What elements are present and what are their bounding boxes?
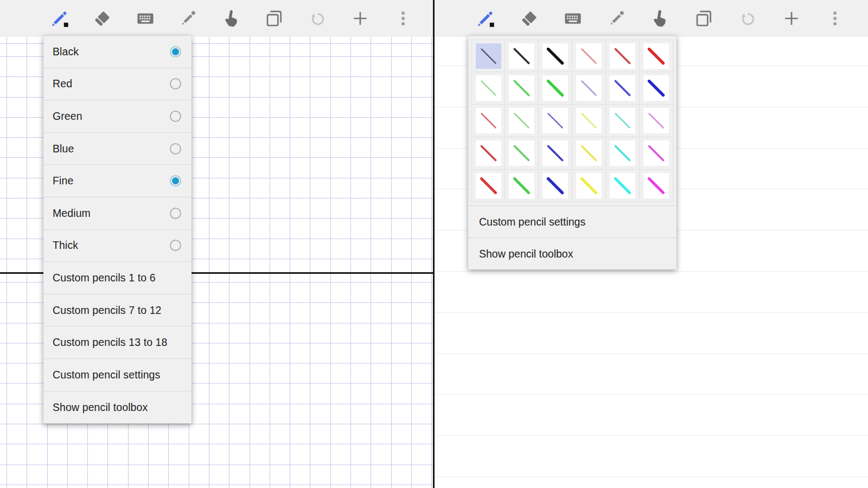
duplicate-icon — [694, 8, 714, 29]
marker-tool-button[interactable] — [605, 3, 629, 34]
pencil-swatch — [542, 140, 568, 166]
pencil-swatch-r3-c3[interactable] — [539, 105, 572, 137]
keyboard-tool-button[interactable] — [133, 3, 157, 34]
pencil-swatch-r1-c6[interactable] — [640, 40, 673, 72]
eraser-tool-button[interactable] — [518, 3, 541, 34]
finger-tool-button[interactable] — [220, 3, 244, 34]
add-page-tool-button[interactable] — [780, 3, 803, 34]
menu-item-label: Custom pencils 7 to 12 — [53, 304, 162, 317]
pencil-swatch-selected — [476, 43, 501, 69]
pencil-swatch-r2-c3[interactable] — [539, 72, 572, 105]
pencil-swatch-r4-c2[interactable] — [505, 137, 539, 170]
duplicate-tool-button[interactable] — [692, 3, 716, 34]
pencil-swatch-r5-c3[interactable] — [539, 170, 572, 202]
pencil-stroke-preview-icon — [476, 75, 501, 101]
pencil-stroke-preview-icon — [509, 43, 534, 69]
overflow-menu-icon — [825, 8, 845, 29]
undo-tool-button[interactable] — [305, 3, 329, 34]
keyboard-tool-button[interactable] — [561, 3, 585, 34]
menu-item-red[interactable]: Red — [43, 68, 192, 101]
pencil-stroke-preview-icon — [643, 75, 669, 101]
pencil-swatch-r3-c2[interactable] — [505, 105, 539, 137]
menu-item-medium[interactable]: Medium — [43, 197, 192, 230]
pencil-stroke-preview-icon — [643, 108, 669, 133]
pencil-swatch-r4-c3[interactable] — [539, 137, 572, 170]
menu-item-green[interactable]: Green — [43, 100, 192, 133]
overflow-menu-tool-button[interactable] — [391, 3, 415, 34]
menu-item-custom-pencils-13-to-18[interactable]: Custom pencils 13 to 18 — [43, 326, 192, 359]
pencil-swatch-r5-c2[interactable] — [505, 170, 539, 202]
pencil-swatch-r3-c4[interactable] — [572, 105, 606, 137]
menu-item-custom-pencils-1-to-6[interactable]: Custom pencils 1 to 6 — [43, 262, 192, 294]
pencil-swatch-r2-c5[interactable] — [606, 72, 640, 105]
pencil-swatch-r5-c5[interactable] — [606, 170, 640, 202]
pencil-swatch — [610, 43, 635, 69]
pencil-stroke-preview-icon — [476, 43, 501, 69]
pencil-swatch-r5-c4[interactable] — [572, 170, 606, 202]
pencil-swatch-r3-c6[interactable] — [640, 105, 673, 137]
keyboard-icon — [563, 8, 583, 29]
menu-item-black[interactable]: Black — [43, 36, 192, 68]
menu-item-thick[interactable]: Thick — [43, 230, 192, 262]
pencil-swatch — [542, 75, 568, 101]
pencil-stroke-preview-icon — [576, 140, 602, 166]
pencil-swatch — [576, 108, 602, 133]
finger-tool-button[interactable] — [648, 3, 672, 34]
pencil-swatch — [476, 108, 501, 133]
pencil-swatch-r4-c4[interactable] — [572, 137, 606, 170]
pencil-swatch-r1-c1[interactable] — [471, 40, 505, 72]
add-page-icon — [350, 8, 371, 29]
undo-tool-button[interactable] — [736, 3, 760, 34]
pencil-swatch-r3-c1[interactable] — [471, 105, 505, 137]
pencil-stroke-preview-icon — [576, 43, 602, 69]
menu-item-show-pencil-toolbox[interactable]: Show pencil toolbox — [468, 237, 676, 269]
pencil-swatch-r4-c6[interactable] — [640, 137, 673, 170]
pencil-swatch-r1-c4[interactable] — [572, 40, 606, 72]
menu-item-label: Custom pencil settings — [479, 216, 585, 228]
pencil-tool-button[interactable] — [48, 3, 72, 34]
pencil-swatch-menu-footer: Custom pencil settingsShow pencil toolbo… — [468, 206, 676, 269]
pencil-swatch — [643, 173, 669, 198]
pencil-swatch-r3-c5[interactable] — [606, 105, 640, 137]
menu-item-fine[interactable]: Fine — [43, 165, 192, 197]
pencil-swatch-r4-c5[interactable] — [606, 137, 640, 170]
pencil-stroke-preview-icon — [610, 173, 635, 198]
pencil-swatch-r5-c1[interactable] — [471, 170, 505, 202]
menu-item-custom-pencils-7-to-12[interactable]: Custom pencils 7 to 12 — [43, 294, 192, 327]
pencil-swatch — [643, 140, 669, 166]
undo-icon — [307, 8, 328, 29]
eraser-tool-button[interactable] — [91, 3, 114, 34]
overflow-menu-icon — [393, 8, 413, 29]
pencil-swatch-r4-c1[interactable] — [471, 137, 505, 170]
menu-item-blue[interactable]: Blue — [43, 133, 192, 165]
pencil-swatch-r2-c1[interactable] — [471, 72, 505, 105]
toolbar-right — [435, 0, 868, 37]
menu-item-label: Blue — [53, 143, 74, 155]
pencil-swatch — [542, 108, 568, 133]
pencil-swatch-r1-c3[interactable] — [539, 40, 572, 72]
overflow-menu-tool-button[interactable] — [823, 3, 847, 34]
pencil-stroke-preview-icon — [476, 108, 501, 133]
add-page-tool-button[interactable] — [348, 3, 372, 34]
pencil-swatch-r2-c2[interactable] — [505, 72, 539, 105]
pencil-swatch-r5-c6[interactable] — [640, 170, 673, 202]
pencil-swatch-r1-c2[interactable] — [505, 40, 539, 72]
pencil-stroke-preview-icon — [542, 108, 568, 133]
radio-unselected-icon — [170, 208, 181, 219]
pencil-swatch — [610, 75, 635, 101]
marker-icon — [178, 8, 199, 29]
pencil-swatch — [610, 140, 635, 166]
pencil-tool-button[interactable] — [474, 3, 497, 34]
menu-item-show-pencil-toolbox[interactable]: Show pencil toolbox — [43, 391, 192, 424]
menu-item-custom-pencil-settings[interactable]: Custom pencil settings — [43, 359, 192, 391]
pencil-swatch-r2-c6[interactable] — [640, 72, 673, 105]
pencil-swatch-r1-c5[interactable] — [606, 40, 640, 72]
duplicate-tool-button[interactable] — [263, 3, 286, 34]
pencil-swatch — [509, 75, 534, 101]
pencil-stroke-preview-icon — [576, 75, 602, 101]
marker-tool-button[interactable] — [176, 3, 200, 34]
pencil-stroke-preview-icon — [509, 75, 534, 101]
pencil-swatch-r2-c4[interactable] — [572, 72, 606, 105]
menu-item-custom-pencil-settings[interactable]: Custom pencil settings — [468, 206, 676, 237]
pencil-icon — [49, 8, 70, 29]
